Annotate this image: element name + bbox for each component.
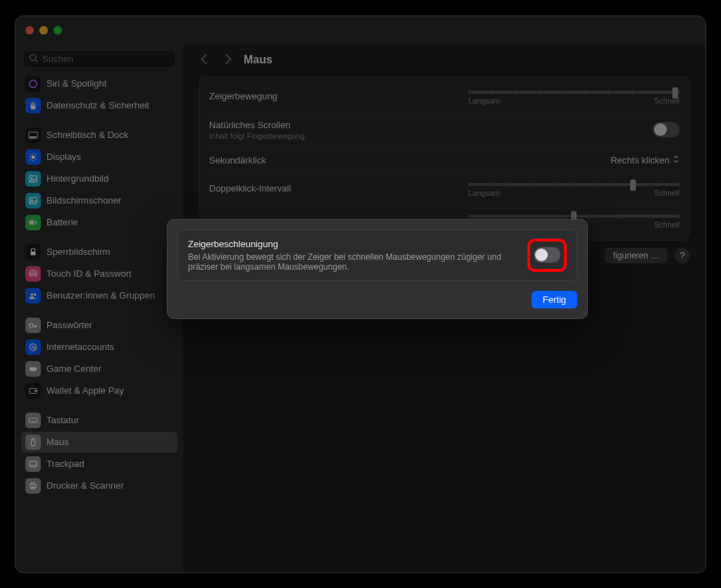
done-button[interactable]: Fertig bbox=[532, 291, 577, 308]
pointer-acceleration-sheet: Zeigerbeschleunigung Bei Aktivierung bew… bbox=[167, 219, 588, 319]
pointer-acceleration-toggle[interactable] bbox=[534, 247, 560, 263]
sheet-toggle-highlight bbox=[527, 239, 567, 272]
settings-window: Siri & SpotlightDatenschutz & Sicherheit… bbox=[15, 16, 706, 573]
sheet-title: Zeigerbeschleunigung bbox=[188, 239, 519, 249]
sheet-description: Bei Aktivierung bewegt sich der Zeiger b… bbox=[188, 252, 519, 272]
